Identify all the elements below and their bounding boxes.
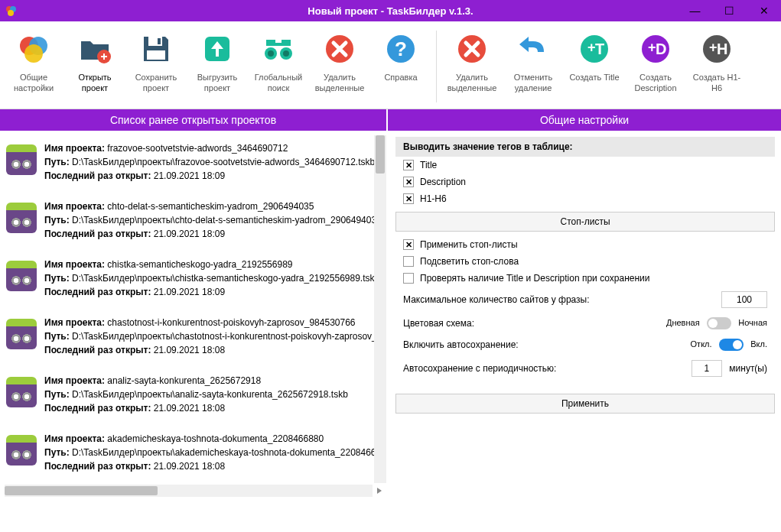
plus-d-icon: +D — [637, 31, 674, 67]
binoculars-icon — [260, 31, 297, 67]
svg-point-15 — [268, 50, 274, 57]
create-h-button[interactable]: +H Создать H1-H6 — [686, 28, 747, 105]
svg-rect-12 — [275, 43, 281, 46]
minimize-button[interactable]: — — [678, 0, 712, 21]
svg-rect-10 — [266, 40, 275, 46]
project-item[interactable]: Имя проекта: chto-delat-s-semanticheskim… — [6, 200, 380, 241]
project-icon — [6, 377, 37, 407]
close-button[interactable]: ✕ — [747, 0, 781, 21]
save-icon — [138, 31, 174, 67]
project-item[interactable]: Имя проекта: analiz-sayta-konkurenta_262… — [6, 374, 380, 415]
stop-lists-button[interactable]: Стоп-листы — [395, 212, 775, 232]
checkbox-title[interactable]: ✕Title — [395, 157, 775, 174]
app-icon — [5, 5, 17, 17]
svg-text:+: + — [648, 40, 656, 55]
svg-rect-5 — [103, 54, 105, 60]
svg-rect-8 — [147, 50, 165, 60]
checkbox-highlight-stop[interactable]: Подсветить стоп-слова — [395, 253, 775, 270]
tags-section-header: Выводить значение тегов в таблице: — [395, 137, 775, 157]
help-button[interactable]: ? Справка — [370, 28, 431, 105]
svg-point-16 — [283, 50, 289, 57]
project-icon — [6, 435, 37, 466]
svg-text:?: ? — [395, 37, 407, 60]
titlebar: Новый проект - TaskБилдер v.1.3. — ☐ ✕ — [0, 0, 781, 21]
apply-button[interactable]: Применить — [395, 394, 775, 414]
color-scheme-toggle[interactable] — [707, 317, 731, 329]
project-icon — [6, 261, 37, 291]
settings-panel: Выводить значение тегов в таблице: ✕Titl… — [386, 131, 781, 498]
toolbar: Общие настройки Открыть проект Сохранить… — [0, 21, 781, 109]
autosave-toggle[interactable] — [719, 339, 744, 351]
svg-text:+: + — [709, 40, 718, 55]
create-description-button[interactable]: +D Создать Description — [625, 28, 686, 105]
folder-open-icon — [76, 31, 113, 67]
autosave-label: Включить автосохранение: — [403, 339, 519, 350]
projects-panel-header: Список ранее открытых проектов — [0, 109, 386, 131]
checkbox-h1h6[interactable]: ✕H1-H6 — [395, 190, 775, 207]
help-icon: ? — [382, 31, 419, 67]
undo-icon — [515, 31, 552, 67]
autosave-period-label: Автосохранение с периодичностью: — [403, 363, 556, 374]
delete-selected-button-2[interactable]: Удалить выделенные — [441, 28, 503, 105]
checkbox-apply-stop[interactable]: ✕Применить стоп-листы — [395, 236, 775, 253]
svg-text:H: H — [717, 41, 727, 57]
project-item[interactable]: Имя проекта: akademicheskaya-toshnota-do… — [6, 432, 380, 473]
general-settings-button[interactable]: Общие настройки — [3, 28, 64, 105]
delete-selected-button[interactable]: Удалить выделенные — [309, 28, 370, 105]
project-icon — [6, 203, 37, 233]
svg-rect-11 — [281, 40, 291, 46]
delete-icon — [454, 31, 490, 67]
project-icon — [6, 144, 37, 175]
settings-panel-header: Общие настройки — [388, 109, 781, 131]
save-project-button[interactable]: Сохранить проект — [125, 28, 187, 105]
svg-rect-7 — [158, 38, 161, 44]
svg-text:D: D — [656, 41, 666, 57]
max-sites-label: Максимальное количество сайтов у фразы: — [403, 294, 590, 305]
project-item[interactable]: Имя проекта: chistka-semanticheskogo-yad… — [6, 258, 380, 299]
checkbox-description[interactable]: ✕Description — [395, 174, 775, 190]
create-title-button[interactable]: +T Создать Title — [564, 28, 625, 105]
svg-text:+: + — [587, 40, 596, 55]
color-scheme-label: Цветовая схема: — [403, 318, 474, 329]
plus-h-icon: +H — [698, 31, 735, 67]
circles-icon — [15, 31, 52, 67]
projects-panel: Имя проекта: frazovoe-sootvetstvie-adwor… — [0, 131, 386, 498]
svg-point-2 — [24, 44, 43, 63]
vertical-scrollbar[interactable] — [374, 135, 386, 483]
maximize-button[interactable]: ☐ — [712, 0, 747, 21]
open-project-button[interactable]: Открыть проект — [64, 28, 125, 105]
delete-icon — [321, 31, 358, 67]
project-item[interactable]: Имя проекта: frazovoe-sootvetstvie-adwor… — [6, 141, 380, 183]
checkbox-check-title-desc[interactable]: Проверять наличие Title и Description пр… — [395, 270, 775, 287]
horizontal-scrollbar[interactable] — [5, 485, 373, 497]
project-item[interactable]: Имя проекта: chastotnost-i-konkurentnost… — [6, 316, 380, 357]
autosave-period-input[interactable] — [692, 360, 722, 377]
upload-icon — [199, 31, 236, 67]
max-sites-input[interactable] — [721, 291, 767, 308]
svg-text:T: T — [595, 41, 604, 57]
global-search-button[interactable]: Глобальный поиск — [248, 28, 309, 105]
project-icon — [6, 319, 37, 349]
window-title: Новый проект - TaskБилдер v.1.3. — [308, 5, 473, 17]
undo-delete-button[interactable]: Отменить удаление — [503, 28, 564, 105]
export-project-button[interactable]: Выгрузить проект — [187, 28, 248, 105]
plus-t-icon: +T — [576, 31, 613, 67]
